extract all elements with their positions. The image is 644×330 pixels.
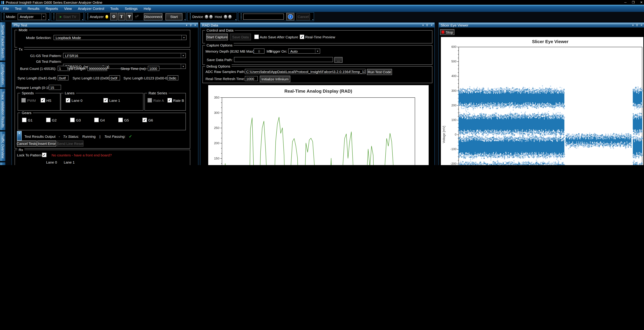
g2-checkbox[interactable]: [46, 118, 50, 122]
minimize-button[interactable]: ─: [624, 0, 626, 5]
info-button[interactable]: i: [286, 13, 294, 20]
trigger-button[interactable]: T: [118, 13, 125, 20]
panel-menu-button[interactable]: ▾: [422, 24, 424, 27]
pwm-checkbox[interactable]: [21, 98, 26, 103]
results-expander-button[interactable]: ▼: [17, 131, 22, 141]
run-test-code-button[interactable]: Run Test Code: [367, 69, 392, 75]
checkbox-row-rate-a: Rate A: [148, 98, 164, 103]
slicer-eye-panel: Slicer Eye Viewer ▾ ⚲ ✕ Stop: [438, 23, 644, 165]
g3-checkbox[interactable]: [70, 118, 74, 122]
prepare-length-field[interactable]: 15: [49, 85, 61, 90]
toolbar-group-start-tv: ▶ Start TV ▾: [51, 12, 84, 21]
burst-count-label: Burst Count (1-65535):: [16, 67, 56, 71]
initialize-infiniium-button[interactable]: Initialize Infiniium: [260, 76, 290, 82]
lane-0-checkbox[interactable]: [66, 98, 70, 103]
panel-menu-button[interactable]: ▾: [632, 24, 634, 27]
auto-save-checkbox[interactable]: [254, 35, 259, 39]
pin-icon[interactable]: ⚲: [426, 24, 428, 27]
g1-checkbox[interactable]: [22, 118, 26, 122]
phy-test-panel: Phy Test ▾ ⚲ ✕ Mode Mode Selection: Loop…: [12, 23, 198, 165]
g1g5-pattern-dropdown[interactable]: LFSR16▼: [63, 53, 186, 58]
lane0-column-header: Lane 0: [44, 160, 60, 164]
test-length-field[interactable]: 999999999: [88, 66, 107, 71]
restore-button[interactable]: ❐: [632, 0, 635, 5]
browse-button[interactable]: ...: [334, 57, 342, 63]
toolbar-overflow-button[interactable]: ▾: [82, 18, 83, 21]
memory-depth-label: Memory Depth (8192 MB Max):: [206, 49, 252, 53]
hs-checkbox[interactable]: [40, 98, 45, 103]
pin-icon[interactable]: ⚲: [190, 24, 192, 27]
rt-preview-checkbox[interactable]: [300, 35, 304, 39]
group-label: Lanes: [64, 91, 76, 95]
lane-1-checkbox[interactable]: [104, 98, 108, 103]
menu-item-view[interactable]: View: [61, 5, 75, 12]
cancel-tests-button[interactable]: Cancel Tests: [17, 141, 37, 147]
tx-status-value: Running: [82, 134, 96, 138]
sidebar-tab-ufs-packet-list[interactable]: UFS Packet List: [0, 162, 6, 165]
chevron-down-icon: ▼: [41, 14, 46, 20]
g4-checkbox[interactable]: [94, 118, 99, 122]
stop-button[interactable]: Stop: [440, 29, 454, 35]
menu-item-analyzer-control[interactable]: Analyzer Control: [75, 5, 107, 12]
sleep-time-field[interactable]: 1000: [148, 66, 160, 71]
toolbar-overflow-button[interactable]: ▾: [184, 18, 186, 21]
refresh-time-field[interactable]: 1000: [245, 76, 258, 81]
start-capture-button[interactable]: Start Capture: [206, 34, 228, 40]
sidebar-tab-trace-validation-results[interactable]: Trace Validation Results: [0, 89, 6, 130]
group-label: Control and Data: [205, 28, 235, 32]
g6-checkbox[interactable]: [142, 118, 147, 122]
save-data-button[interactable]: Save Data: [230, 34, 251, 40]
menu-item-settings[interactable]: Settings: [122, 5, 140, 12]
panel-close-button[interactable]: ✕: [640, 24, 643, 27]
menu-item-help[interactable]: Help: [140, 5, 154, 12]
insert-error-button[interactable]: Insert Error: [37, 141, 56, 147]
trigger-on-dropdown[interactable]: Auto▼: [288, 49, 320, 54]
rad-panel-header[interactable]: RAD Data ▾ ⚲ ✕: [200, 23, 434, 28]
filter-button[interactable]: [126, 13, 133, 20]
sidebar-tab-simple-packet-search[interactable]: Simple Packet Search: [0, 22, 6, 61]
cancel-button[interactable]: Cancel: [296, 13, 310, 20]
g5-checkbox[interactable]: [118, 118, 123, 122]
memory-depth-field[interactable]: 8: [254, 49, 264, 54]
sync-l03-field[interactable]: 0x0f: [109, 75, 120, 80]
pin-icon[interactable]: ⚲: [636, 24, 638, 27]
phy-test-panel-header[interactable]: Phy Test ▾ ⚲ ✕: [12, 23, 198, 28]
start-tv-button[interactable]: ▶ Start TV: [56, 13, 80, 20]
send-line-reset-button[interactable]: Send Line Reset: [57, 141, 84, 147]
menu-item-test[interactable]: Test: [12, 5, 24, 12]
rt-preview-label: Real-Time Preview: [305, 35, 335, 39]
speeds-group: Speeds PWMHS: [18, 93, 60, 111]
refresh-time-label: Real-Time Refresh Time:: [206, 77, 245, 81]
toolbar-overflow-button[interactable]: ▾: [48, 18, 49, 21]
save-data-path-field[interactable]: [234, 57, 333, 62]
sidebar-tab-configuration[interactable]: Configuration: [0, 62, 6, 88]
disconnect-button[interactable]: Disconnect: [144, 13, 162, 20]
session-input[interactable]: [243, 14, 284, 20]
rate-b-checkbox[interactable]: [167, 98, 172, 103]
mode-selection-dropdown[interactable]: Loopback Mode▼: [54, 35, 186, 40]
mode-combobox[interactable]: Analyzer▼: [18, 14, 46, 20]
menu-item-tools[interactable]: Tools: [107, 5, 122, 12]
settings-button[interactable]: ⚙: [110, 13, 117, 20]
panel-close-button[interactable]: ✕: [194, 24, 196, 27]
menu-item-file[interactable]: File: [0, 5, 12, 12]
adc-path-field[interactable]: C:\Users\labrat\AppData\Local\Protocol_I…: [245, 69, 366, 74]
drag-handle: [241, 13, 242, 20]
rate-a-checkbox[interactable]: [148, 98, 152, 103]
sync-length-field[interactable]: 0x4f: [58, 75, 68, 80]
sidebar-tab-traffic-overview[interactable]: Traffic Overview: [0, 131, 6, 161]
lock-to-pattern-checkbox[interactable]: [42, 153, 46, 157]
checkbox-row-lane-1: Lane 1: [104, 98, 120, 103]
jump-to-top-button[interactable]: [134, 13, 140, 20]
start-button[interactable]: Start: [166, 13, 182, 20]
panel-close-button[interactable]: ✕: [430, 24, 433, 27]
sync-l0123-field[interactable]: 0x8c: [168, 75, 178, 80]
toolbar-overflow-button[interactable]: ▾: [312, 18, 313, 21]
menu-item-results[interactable]: Results: [24, 5, 42, 12]
panel-title: RAD Data: [202, 23, 218, 27]
slicer-panel-header[interactable]: Slicer Eye Viewer ▾ ⚲ ✕: [439, 23, 644, 28]
menu-item-reports[interactable]: Reports: [42, 5, 61, 12]
panel-menu-button[interactable]: ▾: [186, 24, 187, 27]
toolbar-overflow-button[interactable]: ▾: [235, 18, 236, 21]
close-button[interactable]: ✕: [640, 0, 643, 5]
